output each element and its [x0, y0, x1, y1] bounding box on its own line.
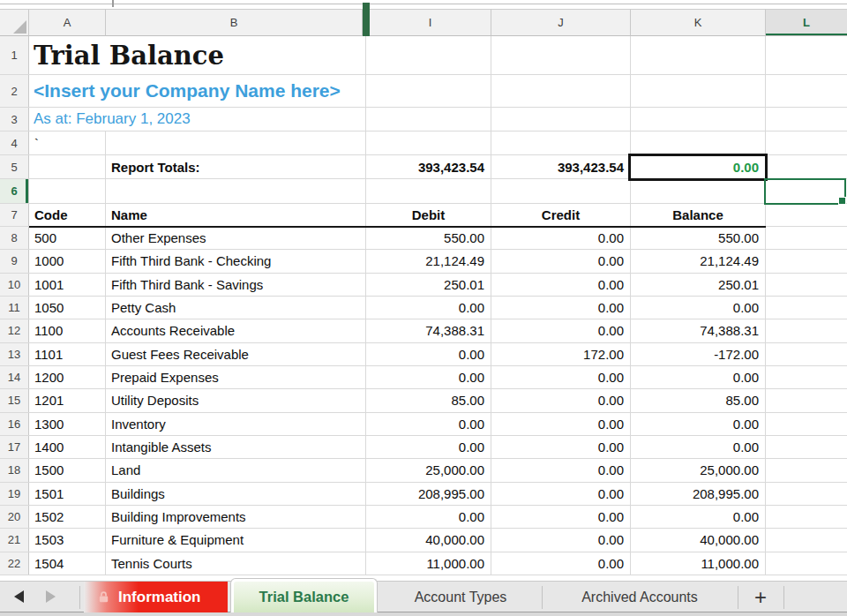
header-balance[interactable]: Balance [631, 204, 766, 226]
row-header[interactable]: 9 [0, 250, 29, 272]
cell-name[interactable]: Inventory [106, 413, 366, 435]
cell-L4[interactable] [766, 131, 847, 154]
cell-name[interactable]: Furniture & Equipment [106, 529, 366, 551]
cell-J1[interactable] [491, 36, 631, 74]
cell-name[interactable]: Prepaid Expenses [106, 366, 366, 388]
cell-L1[interactable] [766, 36, 847, 74]
cell-A1-title[interactable]: Trial Balance [29, 36, 366, 74]
select-all-corner[interactable] [0, 9, 29, 36]
cell-code[interactable]: 1503 [29, 529, 106, 551]
cell-J2[interactable] [491, 75, 631, 107]
column-header-A[interactable]: A [29, 9, 106, 36]
cell-A6[interactable] [29, 179, 106, 203]
cell-balance[interactable]: 0.00 [631, 413, 766, 435]
cell-code[interactable]: 1050 [29, 297, 106, 319]
row-header-1[interactable]: 1 [0, 36, 29, 74]
cell-credit[interactable]: 172.00 [491, 343, 631, 365]
add-sheet-button[interactable]: + [738, 582, 783, 612]
row-header[interactable]: 19 [0, 483, 29, 505]
cell-I3[interactable] [366, 108, 491, 131]
cell-K5-total-balance[interactable]: 0.00 [631, 155, 766, 178]
cell-credit[interactable]: 0.00 [491, 227, 631, 249]
cell-credit[interactable]: 0.00 [491, 389, 631, 411]
cell-name[interactable]: Intangible Assets [106, 436, 366, 458]
cell-balance[interactable]: 0.00 [631, 366, 766, 388]
row-header[interactable]: 11 [0, 297, 29, 319]
cell-code[interactable]: 1201 [29, 389, 106, 411]
cell-B4[interactable] [106, 131, 366, 154]
cell-balance[interactable]: 250.01 [631, 274, 766, 296]
next-sheet-arrow-icon[interactable] [46, 590, 56, 603]
cell-l[interactable] [766, 250, 847, 272]
cell-l[interactable] [766, 506, 847, 528]
row-header[interactable]: 15 [0, 389, 29, 411]
cell-credit[interactable]: 0.00 [491, 274, 631, 296]
cell-B5-report-totals-label[interactable]: Report Totals: [106, 155, 366, 178]
cell-A3-date[interactable]: As at: February 1, 2023 [29, 108, 366, 131]
cell-debit[interactable]: 0.00 [366, 436, 491, 458]
row-header-6-selected[interactable]: 6 [0, 179, 29, 203]
column-header-K[interactable]: K [631, 9, 766, 36]
cell-l[interactable] [766, 552, 847, 575]
header-debit[interactable]: Debit [366, 204, 491, 226]
cell-name[interactable]: Utility Deposits [106, 389, 366, 411]
cell-code[interactable]: 1100 [29, 319, 106, 342]
cell-credit[interactable]: 0.00 [491, 552, 631, 575]
cell-debit[interactable]: 85.00 [366, 389, 491, 411]
column-header-L-selected[interactable]: L [766, 9, 847, 36]
cell-l[interactable] [766, 436, 847, 458]
cell-K1[interactable] [631, 36, 766, 74]
cell-credit[interactable]: 0.00 [491, 366, 631, 388]
cell-debit[interactable]: 40,000.00 [366, 529, 491, 551]
cell-l[interactable] [766, 227, 847, 249]
cell-name[interactable]: Tennis Courts [106, 552, 366, 575]
cell-debit[interactable]: 0.00 [366, 366, 491, 388]
row-header-2[interactable]: 2 [0, 75, 29, 107]
cell-balance[interactable]: 0.00 [631, 436, 766, 458]
column-header-B[interactable]: B [106, 9, 363, 36]
header-name[interactable]: Name [106, 204, 366, 226]
cell-debit[interactable]: 208,995.00 [366, 483, 491, 505]
cell-name[interactable]: Other Expenses [106, 227, 366, 249]
row-header[interactable]: 21 [0, 529, 29, 551]
tab-trial-balance-active[interactable]: Trial Balance [230, 578, 378, 612]
fill-handle[interactable] [838, 197, 846, 205]
cell-credit[interactable]: 0.00 [491, 483, 631, 505]
cell-credit[interactable]: 0.00 [491, 319, 631, 342]
cell-L5[interactable] [766, 155, 847, 178]
cell-K4[interactable] [631, 131, 766, 154]
hidden-columns-indicator[interactable] [363, 3, 370, 36]
cell-name[interactable]: Fifth Third Bank - Savings [106, 274, 366, 296]
row-header[interactable]: 13 [0, 343, 29, 365]
cell-name[interactable]: Accounts Receivable [106, 319, 366, 342]
cell-name[interactable]: Fifth Third Bank - Checking [106, 250, 366, 272]
cell-code[interactable]: 1200 [29, 366, 106, 388]
row-header-4[interactable]: 4 [0, 131, 29, 154]
cell-name[interactable]: Guest Fees Receivable [106, 343, 366, 365]
cell-A2-company[interactable]: <Insert your Company Name here> [29, 75, 366, 107]
row-header[interactable]: 20 [0, 506, 29, 528]
cell-l[interactable] [766, 529, 847, 551]
cell-balance[interactable]: 21,124.49 [631, 250, 766, 272]
cell-l[interactable] [766, 459, 847, 481]
cell-code[interactable]: 1000 [29, 250, 106, 272]
cell-code[interactable]: 1500 [29, 459, 106, 481]
cell-l[interactable] [766, 343, 847, 365]
cell-debit[interactable]: 11,000.00 [366, 552, 491, 575]
cell-L2[interactable] [766, 75, 847, 107]
cell-L7[interactable] [766, 204, 847, 226]
cell-B6[interactable] [106, 179, 366, 203]
cell-I4[interactable] [366, 131, 491, 154]
cell-code[interactable]: 1101 [29, 343, 106, 365]
row-header[interactable]: 18 [0, 459, 29, 481]
cell-credit[interactable]: 0.00 [491, 297, 631, 319]
cell-l[interactable] [766, 297, 847, 319]
cell-I5-total-debit[interactable]: 393,423.54 [366, 155, 491, 178]
tab-information[interactable]: Information [84, 582, 228, 612]
cell-code[interactable]: 1300 [29, 413, 106, 435]
cell-balance[interactable]: 208,995.00 [631, 483, 766, 505]
cell-balance[interactable]: 0.00 [631, 506, 766, 528]
cell-A5[interactable] [29, 155, 106, 178]
active-cell-L6-selection[interactable] [764, 178, 846, 205]
cell-credit[interactable]: 0.00 [491, 250, 631, 272]
